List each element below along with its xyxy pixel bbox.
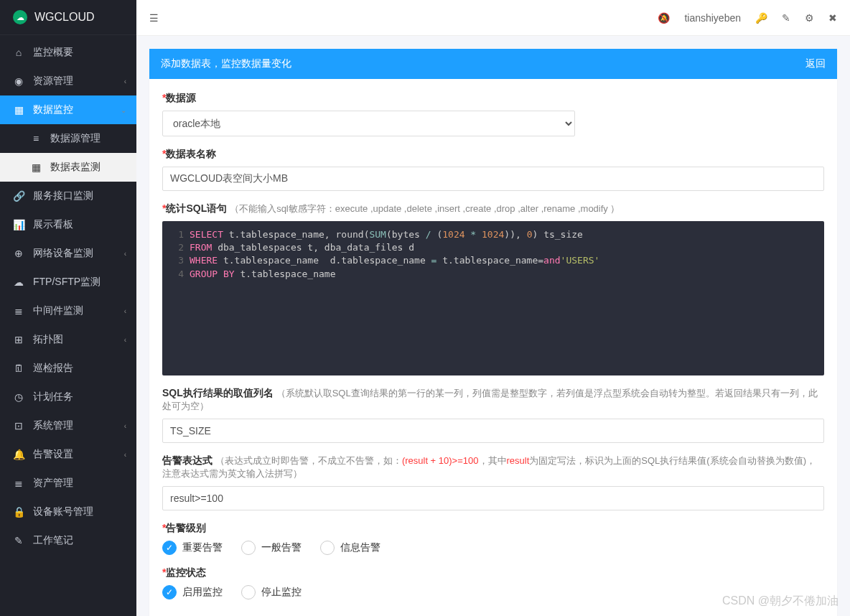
menu-label: 计划任务	[33, 391, 73, 403]
datasource-select[interactable]: oracle本地	[162, 111, 575, 136]
menu-label: 数据表监测	[50, 161, 101, 174]
menu-icon: ≡	[30, 133, 42, 144]
chevron-icon: ‹	[124, 422, 126, 430]
cloud-icon: ☁	[13, 10, 27, 24]
menu-label: 监控概要	[33, 46, 73, 59]
sidebar-item[interactable]: ◉资源管理‹	[0, 67, 136, 95]
hamburger-icon[interactable]: ☰	[149, 12, 159, 24]
menu-label: 拓扑图	[33, 333, 63, 346]
menu-icon: ⊞	[13, 334, 24, 345]
sidebar-item[interactable]: 🔗服务接口监测	[0, 182, 136, 210]
chevron-icon: ‹	[124, 250, 126, 258]
sidebar-item[interactable]: ✎工作笔记	[0, 526, 136, 555]
sidebar-item[interactable]: 🔔告警设置‹	[0, 440, 136, 469]
menu-label: 数据监控	[33, 103, 73, 116]
menu-icon: ⊡	[13, 420, 24, 431]
menu-icon: ☁	[13, 276, 24, 288]
gear-icon[interactable]: ⚙	[805, 12, 814, 24]
tablename-input[interactable]	[162, 167, 824, 191]
menu-label: 资产管理	[33, 477, 73, 490]
chevron-icon: ‹	[124, 451, 126, 459]
menu-icon: 🔔	[13, 449, 24, 460]
radio-circle	[320, 541, 335, 555]
menu-label: 服务接口监测	[33, 190, 93, 202]
sidebar-item[interactable]: ◷计划任务	[0, 383, 136, 411]
menu-icon: 🔒	[13, 506, 24, 518]
radio-option[interactable]: 信息告警	[320, 541, 380, 555]
sidebar-item[interactable]: ⌂监控概要	[0, 38, 136, 67]
menu-label: 数据源管理	[50, 132, 101, 145]
chevron-icon: ‹	[124, 78, 126, 85]
card-title: 添加数据表，监控数据量变化	[161, 57, 291, 70]
radio-label: 信息告警	[340, 541, 380, 554]
menu-label: 展示看板	[33, 218, 73, 231]
sidebar-item[interactable]: ≣中间件监测‹	[0, 297, 136, 325]
menu-label: 设备账号管理	[33, 505, 93, 518]
alarmlevel-radios: ✓重要告警一般告警信息告警	[162, 541, 824, 555]
sidebar: ☁ WGCLOUD ⌂监控概要◉资源管理‹▦数据监控⌄≡数据源管理▦数据表监测🔗…	[0, 0, 136, 616]
back-link[interactable]: 返回	[805, 57, 826, 70]
username[interactable]: tianshiyeben	[684, 12, 741, 24]
edit-icon[interactable]: ✎	[782, 12, 790, 24]
chevron-icon: ⌄	[121, 106, 126, 114]
sidebar-menu: ⌂监控概要◉资源管理‹▦数据监控⌄≡数据源管理▦数据表监测🔗服务接口监测📊展示看…	[0, 35, 136, 555]
menu-icon: ▦	[13, 104, 24, 116]
menu-label: 告警设置	[33, 448, 73, 461]
resultcol-input[interactable]	[162, 419, 824, 443]
menu-icon: 🔗	[13, 190, 24, 202]
menu-icon: ✎	[13, 535, 24, 546]
sidebar-item[interactable]: ⊞拓扑图‹	[0, 325, 136, 354]
menu-label: 巡检报告	[33, 362, 73, 375]
menu-label: 工作笔记	[33, 534, 73, 547]
menu-icon: ▦	[30, 162, 42, 173]
menu-icon: ≣	[13, 477, 24, 489]
sidebar-item[interactable]: 🗓巡检报告	[0, 354, 136, 383]
bell-mute-icon[interactable]: 🔕	[658, 12, 670, 24]
radio-circle: ✓	[162, 585, 177, 599]
radio-circle: ✓	[162, 541, 177, 555]
sidebar-item[interactable]: ≣资产管理	[0, 469, 136, 498]
key-icon[interactable]: 🔑	[755, 12, 767, 24]
radio-option[interactable]: ✓重要告警	[162, 541, 223, 555]
monitorstatus-radios: ✓启用监控停止监控	[162, 585, 824, 599]
sidebar-item[interactable]: 📊展示看板	[0, 210, 136, 239]
menu-icon: ⌂	[13, 47, 24, 58]
sidebar-item[interactable]: ☁FTP/SFTP监测	[0, 268, 136, 297]
radio-option[interactable]: 停止监控	[241, 585, 302, 599]
chevron-icon: ‹	[124, 307, 126, 315]
form-card: 添加数据表，监控数据量变化 返回 *数据源 oracle本地 *数据表名称	[149, 49, 837, 616]
alarmexpr-input[interactable]	[162, 486, 824, 510]
sql-label: *统计SQL语句 （不能输入sql敏感字符：execute ,update ,d…	[162, 202, 824, 215]
card-header: 添加数据表，监控数据量变化 返回	[149, 49, 837, 79]
radio-label: 一般告警	[261, 541, 302, 554]
menu-icon: ◷	[13, 391, 24, 403]
sidebar-item[interactable]: ⊕网络设备监测‹	[0, 239, 136, 268]
radio-option[interactable]: ✓启用监控	[162, 585, 223, 599]
sidebar-item[interactable]: ▦数据监控⌄	[0, 95, 136, 124]
datasource-label: *数据源	[162, 92, 824, 105]
radio-option[interactable]: 一般告警	[241, 541, 302, 555]
resultcol-label: SQL执行结果的取值列名 （系统默认取SQL查询结果的第一行的某一列，列值需是整…	[162, 387, 824, 413]
radio-label: 停止监控	[261, 586, 302, 599]
monitorstatus-label: *监控状态	[162, 566, 824, 579]
radio-circle	[241, 541, 256, 555]
menu-label: 资源管理	[33, 75, 73, 88]
alarmlevel-label: *告警级别	[162, 522, 824, 535]
menu-icon: ≣	[13, 305, 24, 317]
brand-logo[interactable]: ☁ WGCLOUD	[0, 0, 136, 35]
sql-editor[interactable]: 1SELECT t.tablespace_name, round(SUM(byt…	[162, 221, 824, 375]
tablename-label: *数据表名称	[162, 148, 824, 161]
sidebar-item[interactable]: ≡数据源管理	[0, 124, 136, 153]
menu-icon: 📊	[13, 219, 24, 230]
alarmexpr-label: 告警表达式 （表达式成立时即告警，不成立不告警，如：(result + 10)>…	[162, 454, 824, 480]
sidebar-item[interactable]: ▦数据表监测	[0, 153, 136, 182]
radio-label: 重要告警	[182, 541, 223, 554]
menu-label: 网络设备监测	[33, 247, 93, 260]
chevron-icon: ‹	[124, 336, 126, 344]
menu-label: 系统管理	[33, 419, 73, 432]
menu-label: FTP/SFTP监测	[33, 276, 101, 289]
sidebar-item[interactable]: 🔒设备账号管理	[0, 498, 136, 526]
sidebar-item[interactable]: ⊡系统管理‹	[0, 411, 136, 440]
close-icon[interactable]: ✖	[828, 12, 837, 24]
radio-circle	[241, 585, 256, 599]
